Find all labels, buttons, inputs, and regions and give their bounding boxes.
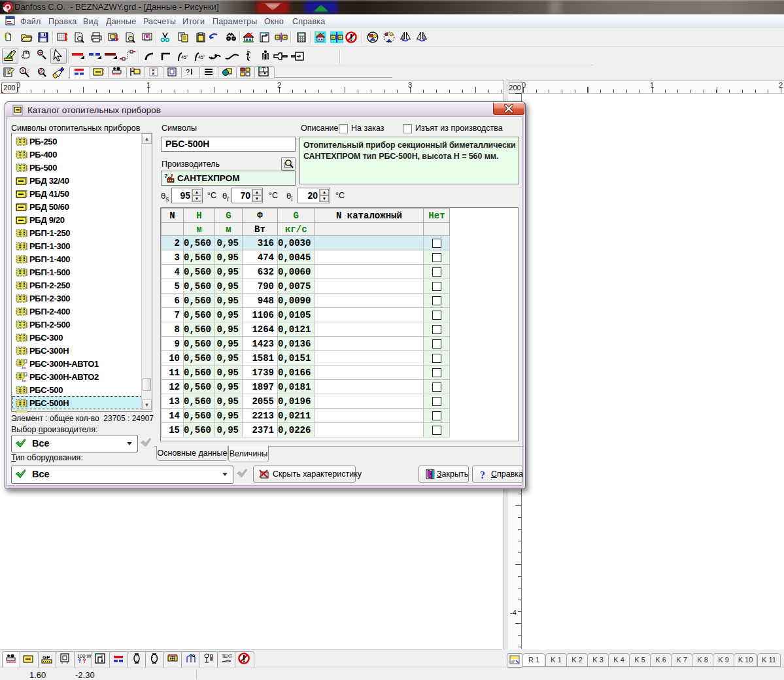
svg-text:?: ? bbox=[164, 173, 168, 179]
svg-text:100 W: 100 W bbox=[77, 653, 92, 659]
svg-text:TEXT: TEXT bbox=[222, 654, 233, 658]
svg-text:2: 2 bbox=[26, 67, 29, 74]
svg-text:45°: 45° bbox=[181, 55, 188, 60]
svg-text:45°: 45° bbox=[198, 55, 205, 60]
svg-text:?: ? bbox=[186, 68, 190, 76]
